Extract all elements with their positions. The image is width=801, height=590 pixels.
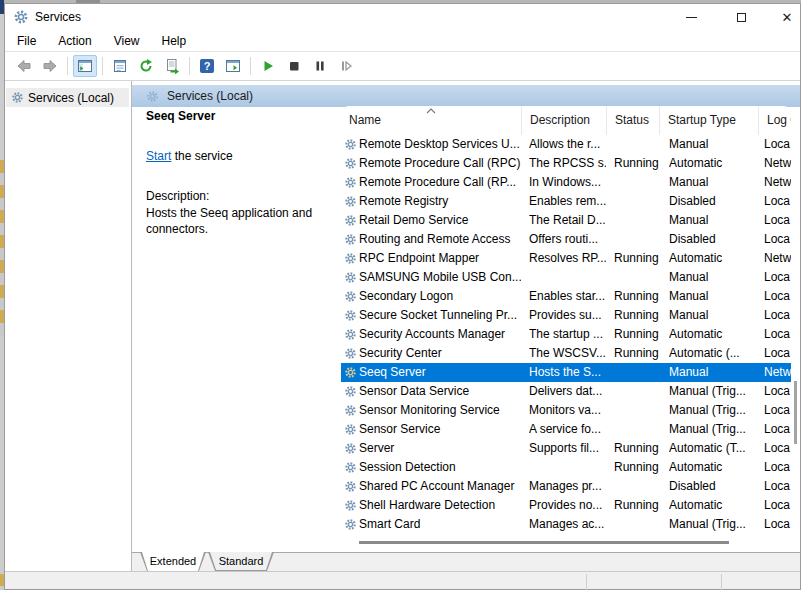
menu-help[interactable]: Help — [154, 32, 195, 50]
svg-text:?: ? — [204, 60, 211, 72]
forward-icon — [42, 58, 58, 74]
table-row[interactable]: SAMSUNG Mobile USB Con... Manual Loca — [341, 268, 791, 287]
table-row[interactable]: Remote Desktop Services U... Allows the … — [341, 135, 791, 154]
cell-startup-type: Manual — [669, 211, 758, 230]
view-tabstrip: Extended Standard — [132, 552, 800, 571]
table-row[interactable]: Sensor Monitoring Service Monitors va...… — [341, 401, 791, 420]
cell-description: Allows the r... — [529, 135, 606, 154]
help-button[interactable]: ? — [195, 55, 219, 77]
cell-name: Server — [341, 439, 521, 458]
close-icon: ✕ — [782, 10, 793, 25]
back-button[interactable] — [12, 55, 36, 77]
cell-status — [614, 211, 659, 230]
show-action-pane-button[interactable] — [221, 55, 245, 77]
table-row[interactable]: Seeq Server Hosts the S... Manual Netw — [341, 363, 791, 382]
minimize-button[interactable] — [669, 4, 713, 30]
cell-description: Hosts the S... — [529, 363, 606, 382]
restart-service-button[interactable] — [334, 55, 358, 77]
cell-startup-type: Automatic — [669, 249, 758, 268]
cell-startup-type: Automatic — [669, 154, 758, 173]
cell-description: Manages pr... — [529, 477, 606, 496]
cell-log-on-as: Loca — [764, 287, 791, 306]
cell-startup-type: Automatic — [669, 325, 758, 344]
stop-service-button[interactable] — [282, 55, 306, 77]
horizontal-scrollbar-thumb[interactable] — [359, 541, 729, 544]
export-list-icon — [164, 58, 180, 74]
table-row[interactable]: Retail Demo Service The Retail D... Manu… — [341, 211, 791, 230]
cell-startup-type: Disabled — [669, 192, 758, 211]
table-row[interactable]: Security Center The WSCSV... Running Aut… — [341, 344, 791, 363]
pause-service-button[interactable] — [308, 55, 332, 77]
table-row[interactable]: Sensor Service A service fo... Manual (T… — [341, 420, 791, 439]
refresh-button[interactable] — [134, 55, 158, 77]
cell-log-on-as: Loca — [764, 344, 791, 363]
forward-button[interactable] — [38, 55, 62, 77]
cell-name: Sensor Service — [341, 420, 521, 439]
status-bar — [5, 571, 800, 589]
table-row[interactable]: Secure Socket Tunneling Pr... Provides s… — [341, 306, 791, 325]
menu-action[interactable]: Action — [50, 32, 99, 50]
cell-startup-type: Manual — [669, 268, 758, 287]
table-row[interactable]: Sensor Data Service Delivers dat... Manu… — [341, 382, 791, 401]
cell-startup-type: Disabled — [669, 477, 758, 496]
properties-button[interactable] — [108, 55, 132, 77]
start-service-line: Start the service — [146, 149, 341, 163]
table-row[interactable]: Shell Hardware Detection Provides no... … — [341, 496, 791, 515]
column-header-status[interactable]: Status — [606, 106, 659, 135]
table-row[interactable]: Remote Procedure Call (RP... In Windows.… — [341, 173, 791, 192]
cell-log-on-as: Loca — [764, 420, 791, 439]
services-gear-icon — [146, 90, 159, 103]
menu-view[interactable]: View — [106, 32, 148, 50]
menu-file[interactable]: File — [9, 32, 44, 50]
cell-description: The Retail D... — [529, 211, 606, 230]
export-list-button[interactable] — [160, 55, 184, 77]
start-service-link[interactable]: Start — [146, 149, 171, 163]
cell-name: Secure Socket Tunneling Pr... — [341, 306, 521, 325]
table-row[interactable]: Remote Procedure Call (RPC) The RPCSS s.… — [341, 154, 791, 173]
table-row[interactable]: Smart Card Manages ac... Manual (Trig...… — [341, 515, 791, 534]
description-label: Description: — [146, 189, 209, 203]
cell-log-on-as: Loca — [764, 477, 791, 496]
vertical-scrollbar-thumb[interactable] — [794, 381, 797, 444]
maximize-button[interactable] — [719, 4, 763, 30]
cell-log-on-as: Netw — [764, 173, 791, 192]
column-header-description[interactable]: Description — [521, 106, 606, 135]
cell-name: SAMSUNG Mobile USB Con... — [341, 268, 521, 287]
title-bar[interactable]: Services ✕ — [5, 4, 800, 30]
start-service-suffix: the service — [171, 149, 232, 163]
table-row[interactable]: Remote Registry Enables rem... Disabled … — [341, 192, 791, 211]
table-row[interactable]: Server Supports fil... Running Automatic… — [341, 439, 791, 458]
cell-startup-type: Manual (Trig... — [669, 515, 758, 534]
close-button[interactable]: ✕ — [765, 4, 801, 30]
table-row[interactable]: Security Accounts Manager The startup ..… — [341, 325, 791, 344]
tab-extended[interactable]: Extended — [140, 552, 206, 571]
column-header-log-on-as[interactable]: Log On As — [758, 106, 791, 135]
cell-name: Remote Procedure Call (RPC) — [341, 154, 521, 173]
cell-status — [614, 363, 659, 382]
start-service-button[interactable] — [256, 55, 280, 77]
table-row[interactable]: Shared PC Account Manager Manages pr... … — [341, 477, 791, 496]
cell-log-on-as: Loca — [764, 325, 791, 344]
tree-item-services-local[interactable]: Services (Local) — [6, 88, 129, 107]
cell-status — [614, 382, 659, 401]
cell-startup-type: Disabled — [669, 230, 758, 249]
cell-description — [529, 268, 606, 287]
table-row[interactable]: Routing and Remote Access Offers routi..… — [341, 230, 791, 249]
tab-extended-label: Extended — [150, 555, 196, 567]
cell-startup-type: Manual (Trig... — [669, 382, 758, 401]
cell-startup-type: Manual — [669, 287, 758, 306]
status-bar-separator — [586, 574, 587, 590]
table-row[interactable]: RPC Endpoint Mapper Resolves RP... Runni… — [341, 249, 791, 268]
refresh-icon — [138, 58, 154, 74]
cell-name: Shell Hardware Detection — [341, 496, 521, 515]
table-row[interactable]: Secondary Logon Enables star... Running … — [341, 287, 791, 306]
toolbar-separator — [102, 57, 103, 75]
table-row[interactable]: Session Detection Running Automatic Loca — [341, 458, 791, 477]
tab-standard[interactable]: Standard — [208, 552, 274, 571]
cell-status: Running — [614, 439, 659, 458]
show-console-tree-button[interactable] — [73, 55, 97, 77]
cell-status — [614, 401, 659, 420]
cell-startup-type: Automatic (... — [669, 344, 758, 363]
column-header-startup-type[interactable]: Startup Type — [659, 106, 758, 135]
services-gear-icon — [13, 9, 29, 25]
